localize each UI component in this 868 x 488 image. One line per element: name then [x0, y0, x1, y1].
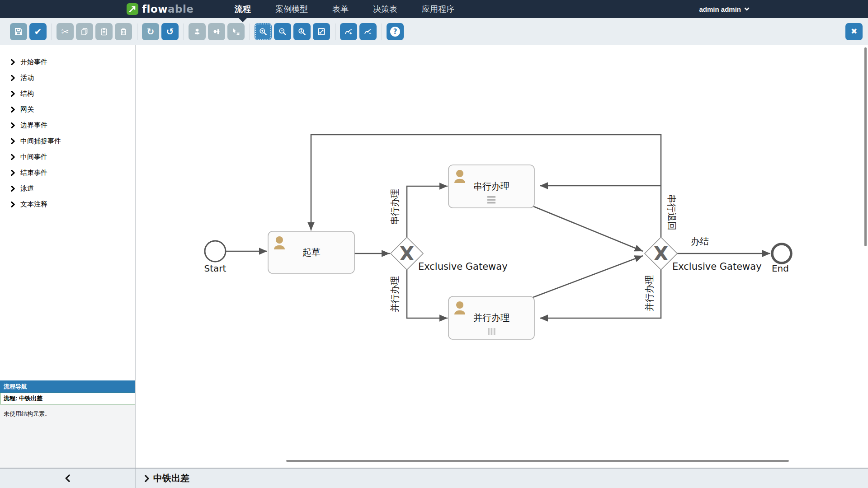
start-event-label: Start: [204, 263, 226, 274]
palette-group-label: 结构: [20, 89, 34, 98]
user-task-serial[interactable]: 串行办理: [448, 165, 534, 208]
edge-gateway2-to-parallel[interactable]: [540, 270, 661, 318]
zoom-actual-button[interactable]: 1: [293, 23, 311, 40]
add-bendpoint-button[interactable]: [340, 23, 357, 40]
palette-group-intermediate-catching-events[interactable]: 中间捕捉事件: [0, 133, 135, 149]
align-vertical-button[interactable]: [208, 23, 225, 40]
sequence-flows: [226, 135, 770, 318]
undo-button[interactable]: ↺: [161, 23, 179, 40]
exclusive-gateway-1[interactable]: X Exclusive Gateway: [391, 237, 508, 272]
tab-forms[interactable]: 表单: [320, 0, 361, 18]
flowable-logo: flowable: [127, 0, 193, 18]
cut-button[interactable]: ✂: [57, 23, 74, 40]
chevron-right-icon: [11, 138, 15, 144]
chevron-right-icon: [11, 154, 15, 160]
palette-group-start-events[interactable]: 开始事件: [0, 54, 135, 70]
same-size-button[interactable]: [227, 23, 245, 40]
bottom-bar: 中铁出差: [0, 468, 868, 488]
gateway-x-symbol: X: [400, 243, 414, 265]
chevron-right-icon: [11, 59, 15, 65]
chevron-right-icon: [11, 202, 15, 207]
remove-bendpoint-button[interactable]: [359, 23, 377, 40]
zoom-in-icon: [259, 27, 268, 36]
trash-icon: [119, 27, 128, 36]
close-icon: ✖: [851, 28, 857, 35]
canvas-vertical-scrollbar[interactable]: [864, 47, 867, 246]
palette-group-label: 中间捕捉事件: [20, 137, 61, 145]
zoom-actual-icon: 1: [297, 27, 307, 36]
user-task-draft-label: 起草: [302, 247, 321, 258]
tab-case-models[interactable]: 案例模型: [263, 0, 320, 18]
help-button[interactable]: ?: [387, 23, 404, 40]
save-icon: [14, 27, 23, 36]
undo-icon: ↺: [166, 27, 174, 36]
process-navigator-header: 流程导航: [0, 380, 135, 393]
palette-group-intermediate-events[interactable]: 中间事件: [0, 149, 135, 165]
palette-group-gateways[interactable]: 网关: [0, 102, 135, 117]
collapse-sidebar-button[interactable]: [0, 469, 136, 488]
palette-group-end-events[interactable]: 结束事件: [0, 165, 135, 181]
bpmn-diagram: 串行办理 并行办理 串行退回 并行办理 办结 Start 起草: [136, 45, 868, 468]
zoom-out-icon: [278, 27, 287, 36]
palette-group-label: 文本注释: [20, 200, 47, 209]
svg-text:1: 1: [300, 29, 303, 33]
user-task-parallel[interactable]: 并行办理: [448, 296, 534, 339]
user-task-serial-label: 串行办理: [473, 181, 509, 192]
end-event-label: End: [772, 263, 789, 274]
zoom-fit-button[interactable]: [313, 23, 330, 40]
copy-icon: [80, 27, 89, 36]
tab-processes[interactable]: 流程: [222, 0, 263, 18]
end-event-node[interactable]: End: [772, 244, 791, 274]
chevron-right-icon: [11, 170, 15, 176]
edge-serial-to-gateway2[interactable]: [533, 206, 643, 251]
palette-group-structural[interactable]: 结构: [0, 86, 135, 102]
chevron-right-icon: [11, 107, 15, 113]
edge-parallel-to-gateway2[interactable]: [533, 256, 643, 297]
tab-decision-tables[interactable]: 决策表: [361, 0, 410, 18]
validate-button[interactable]: ✔: [29, 23, 47, 40]
align-horizontal-icon: [193, 27, 202, 36]
palette-group-label: 结束事件: [20, 169, 47, 177]
paste-button[interactable]: [95, 23, 113, 40]
tab-apps[interactable]: 应用程序: [410, 0, 467, 18]
close-editor-button[interactable]: ✖: [845, 23, 863, 40]
edge-gateway1-to-parallel[interactable]: [407, 270, 448, 318]
palette-group-boundary-events[interactable]: 边界事件: [0, 117, 135, 133]
palette-group-activities[interactable]: 活动: [0, 70, 135, 86]
process-title-toggle[interactable]: 中铁出差: [136, 469, 189, 488]
remove-bendpoint-icon: [363, 27, 373, 36]
zoom-out-button[interactable]: [274, 23, 291, 40]
delete-button[interactable]: [115, 23, 132, 40]
toolbar-separator: [52, 23, 52, 40]
zoom-in-button[interactable]: [255, 23, 272, 40]
user-menu[interactable]: admin admin: [699, 0, 750, 18]
edge-gateway1-to-serial[interactable]: [407, 186, 448, 237]
palette-group-label: 泳道: [20, 184, 34, 193]
edge-label-to-parallel: 并行办理: [389, 276, 400, 312]
process-navigator-selected-item[interactable]: 流程: 中铁出差: [0, 393, 135, 404]
paste-icon: [99, 27, 108, 36]
save-button[interactable]: [10, 23, 27, 40]
palette-group-swimlanes[interactable]: 泳道: [0, 181, 135, 197]
user-task-draft[interactable]: 起草: [268, 231, 354, 273]
palette-group-label: 边界事件: [20, 121, 47, 130]
toolbar-separator: [137, 23, 137, 40]
canvas-horizontal-scrollbar[interactable]: [286, 460, 789, 462]
bpmn-canvas[interactable]: 串行办理 并行办理 串行退回 并行办理 办结 Start 起草: [136, 45, 868, 468]
palette-group-text-annotation[interactable]: 文本注释: [0, 197, 135, 212]
copy-button[interactable]: [76, 23, 93, 40]
help-icon: ?: [390, 27, 400, 37]
start-event-node[interactable]: Start: [204, 241, 226, 274]
align-horizontal-button[interactable]: [189, 23, 206, 40]
align-vertical-icon: [212, 27, 221, 36]
chevron-right-icon: [11, 91, 15, 97]
sequential-multi-instance-icon: [487, 196, 495, 203]
chevron-right-icon: [11, 122, 15, 128]
exclusive-gateway-2-label: Exclusive Gateway: [672, 261, 762, 272]
user-task-parallel-label: 并行办理: [473, 312, 509, 323]
user-menu-label: admin admin: [699, 5, 741, 13]
scissors-icon: ✂: [61, 27, 69, 36]
redo-button[interactable]: ↻: [142, 23, 159, 40]
zoom-fit-icon: [317, 27, 326, 36]
editor-toolbar: ✔ ✂ ↻ ↺: [0, 18, 868, 45]
